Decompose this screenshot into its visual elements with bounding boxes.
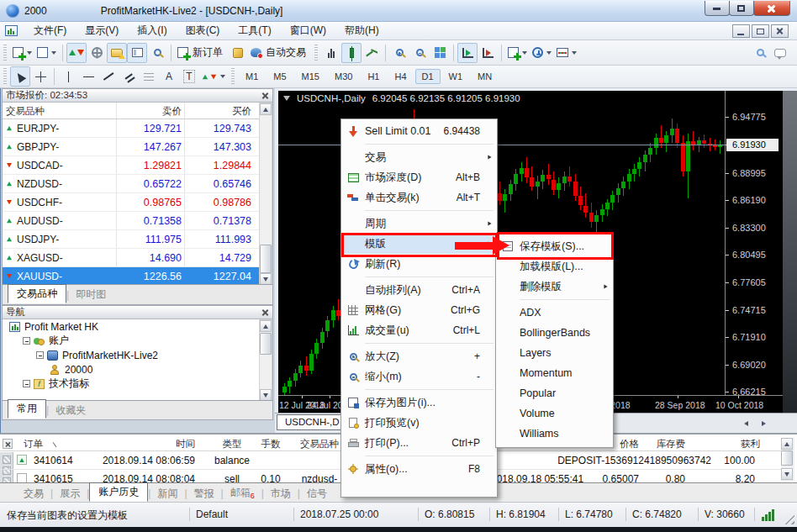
toolbar-grip[interactable] bbox=[231, 68, 235, 85]
market-watch-row-EURJPY[interactable]: EURJPY-129.721129.743 bbox=[3, 119, 259, 138]
context-menu-item-交易[interactable]: 交易 bbox=[341, 147, 497, 167]
search-button[interactable] bbox=[750, 43, 770, 63]
market-watch-scrollbar[interactable] bbox=[259, 103, 272, 286]
template-submenu-item-BollingerBands[interactable]: BollingerBands bbox=[496, 323, 613, 343]
terminal-tab-信号[interactable]: 信号 bbox=[300, 485, 334, 503]
resize-grip[interactable] bbox=[784, 514, 794, 524]
market-watch-row-XAGUSD[interactable]: XAGUSD-14.69014.729 bbox=[3, 249, 259, 267]
context-menu-item-单击交易k[interactable]: 单击交易(k)Alt+T bbox=[341, 187, 497, 208]
terminal-tab-警报[interactable]: 警报 bbox=[187, 485, 221, 503]
template-submenu-item-Layers[interactable]: Layers bbox=[496, 343, 613, 363]
toolbar-grip[interactable] bbox=[3, 45, 7, 61]
trendline-tool-button[interactable] bbox=[98, 66, 119, 87]
template-submenu-item-Popular[interactable]: Popular bbox=[496, 383, 613, 403]
cursor-tool-button[interactable] bbox=[10, 66, 30, 87]
minimize-button[interactable] bbox=[705, 1, 730, 16]
context-menu-item-属性o[interactable]: 属性(o)...F8 bbox=[341, 459, 497, 479]
autotrading-button[interactable]: 自动交易 bbox=[248, 43, 311, 63]
mdi-minimize-button[interactable] bbox=[732, 24, 750, 38]
context-menu-item-自动排列A[interactable]: 自动排列(A)Ctrl+A bbox=[341, 280, 497, 300]
vertical-line-tool-button[interactable] bbox=[58, 66, 78, 87]
template-submenu-item-Momentum[interactable]: Momentum bbox=[496, 363, 613, 383]
terminal-tab-邮箱[interactable]: 邮箱6 bbox=[224, 484, 261, 502]
market-watch-tab-交易品种[interactable]: 交易品种 bbox=[8, 284, 66, 303]
chart-tab-scroll-right-icon[interactable] bbox=[757, 418, 770, 429]
chart-profiles-button[interactable] bbox=[34, 43, 59, 63]
terminal-toggle-button[interactable] bbox=[127, 43, 147, 63]
auto-scroll-button[interactable] bbox=[457, 43, 478, 63]
terminal-tab-交易[interactable]: 交易 bbox=[17, 485, 50, 503]
timeframe-m5-button[interactable]: M5 bbox=[267, 69, 293, 84]
market-watch-row-USDCAD[interactable]: USDCAD-1.298211.29844 bbox=[3, 156, 259, 175]
collapse-expander-icon[interactable] bbox=[36, 351, 44, 359]
candlestick-button[interactable] bbox=[341, 43, 362, 63]
mdi-close-button[interactable] bbox=[771, 24, 789, 38]
navigator-close-icon[interactable] bbox=[261, 308, 269, 316]
context-menu-item-SellLimit001[interactable]: Sell Limit 0.016.94438 bbox=[341, 121, 497, 141]
arrows-tool-button[interactable] bbox=[199, 66, 228, 87]
market-watch-row-USDCHF[interactable]: USDCHF-0.987650.98786 bbox=[3, 193, 259, 212]
context-menu-item-网格G[interactable]: 网格(G)Ctrl+G bbox=[341, 300, 497, 320]
terminal-tab-展示[interactable]: 展示 bbox=[53, 485, 87, 503]
line-chart-button[interactable] bbox=[362, 43, 382, 63]
navigator-item-Profit-Market-HK[interactable]: Profit Market HK bbox=[3, 319, 259, 334]
terminal-tab-账户历史[interactable]: 账户历史 bbox=[89, 482, 148, 502]
text-label-tool-button[interactable]: T bbox=[179, 66, 199, 87]
timeframe-m30-button[interactable]: M30 bbox=[328, 69, 359, 84]
navigator-tab-收藏夹[interactable]: 收藏夹 bbox=[49, 402, 92, 419]
timeframe-m1-button[interactable]: M1 bbox=[239, 69, 265, 84]
market-watch-row-GBPJPY[interactable]: GBPJPY-147.267147.303 bbox=[3, 138, 259, 156]
chart-tab-usdcnh[interactable]: USDCNH-,D bbox=[277, 414, 348, 430]
menu-item-图表C[interactable]: 图表(C) bbox=[177, 22, 230, 40]
zoom-out-button[interactable] bbox=[409, 43, 430, 63]
navigator-tab-常用[interactable]: 常用 bbox=[8, 399, 46, 419]
new-order-button[interactable]: 新订单 bbox=[175, 43, 228, 63]
price-scale[interactable]: 6.947756.919306.889956.861906.833006.804… bbox=[725, 91, 783, 395]
terminal-tab-市场[interactable]: 市场 bbox=[264, 485, 298, 503]
chart-shift-button[interactable] bbox=[478, 43, 498, 63]
metaeditor-button[interactable] bbox=[228, 43, 248, 63]
context-menu-item-保存为图片i[interactable]: 保存为图片(i)... bbox=[341, 392, 497, 413]
menu-item-显示V[interactable]: 显示(V) bbox=[76, 22, 128, 40]
navigator-scrollbar[interactable] bbox=[259, 319, 272, 402]
template-submenu-item-ADX[interactable]: ADX bbox=[496, 303, 613, 323]
zoom-in-button[interactable] bbox=[389, 43, 409, 63]
menu-item-帮助H[interactable]: 帮助(H) bbox=[335, 22, 388, 40]
community-chat-button[interactable] bbox=[770, 43, 790, 63]
market-watch-close-icon[interactable] bbox=[261, 92, 269, 99]
maximize-button[interactable] bbox=[729, 1, 754, 16]
market-watch-tab-即时图[interactable]: 即时图 bbox=[69, 286, 113, 303]
timeframe-m15-button[interactable]: M15 bbox=[295, 69, 326, 84]
context-menu-item-成交量u[interactable]: 成交量(u)Ctrl+L bbox=[341, 320, 497, 340]
crosshair-tool-button[interactable] bbox=[30, 66, 50, 87]
market-watch-row-USDJPY[interactable]: USDJPY-111.975111.993 bbox=[3, 230, 259, 249]
data-window-button[interactable] bbox=[87, 43, 107, 63]
quick-trade-arrow-icon[interactable] bbox=[283, 96, 290, 101]
template-submenu-item-Williams[interactable]: Williams bbox=[496, 424, 613, 444]
bar-chart-button[interactable] bbox=[321, 43, 341, 63]
channel-tool-button[interactable] bbox=[119, 66, 139, 87]
toolbar-grip[interactable] bbox=[3, 68, 7, 85]
collapse-expander-icon[interactable] bbox=[23, 380, 30, 387]
text-tool-button[interactable]: A bbox=[159, 66, 179, 87]
navigator-item-技术指标[interactable]: f技术指标 bbox=[3, 377, 259, 391]
chart-window-icon[interactable] bbox=[5, 25, 18, 36]
context-menu-item-市场深度D[interactable]: 市场深度(D)Alt+B bbox=[341, 167, 497, 187]
context-menu-item-放大Z[interactable]: 放大(Z)+ bbox=[341, 346, 497, 366]
tile-windows-button[interactable] bbox=[430, 43, 450, 63]
chart-tab-scroll-left-icon[interactable] bbox=[740, 418, 752, 429]
navigator-toggle-button[interactable] bbox=[107, 43, 127, 63]
context-menu-item-打印P[interactable]: 打印(P)...Ctrl+P bbox=[341, 433, 497, 453]
context-menu-item-周期[interactable]: 周期 bbox=[341, 213, 497, 234]
toolbar-grip[interactable] bbox=[314, 45, 318, 61]
menu-item-工具T[interactable]: 工具(T) bbox=[229, 22, 280, 40]
templates-button[interactable] bbox=[554, 43, 579, 63]
periods-button[interactable] bbox=[530, 43, 554, 63]
template-submenu-item-Volume[interactable]: Volume bbox=[496, 403, 613, 424]
fibonacci-tool-button[interactable] bbox=[139, 66, 159, 87]
strategy-tester-button[interactable] bbox=[147, 43, 167, 63]
menu-item-窗口W[interactable]: 窗口(W) bbox=[281, 22, 335, 40]
market-watch-row-AUDUSD[interactable]: AUDUSD-0.713580.71378 bbox=[3, 212, 259, 230]
context-menu-item-缩小m[interactable]: 缩小(m)- bbox=[341, 366, 497, 387]
menu-item-文件F[interactable]: 文件(F) bbox=[24, 22, 76, 40]
